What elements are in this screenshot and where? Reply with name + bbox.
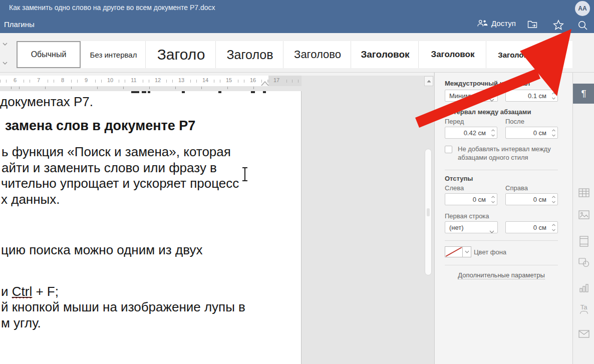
spinner-arrows-icon[interactable] — [551, 195, 556, 206]
ruler-number: 7 — [34, 77, 44, 84]
ruler-number: 10 — [105, 77, 115, 84]
ruler-number: 16 — [248, 77, 258, 84]
spinner-arrows-icon[interactable] — [551, 91, 556, 103]
ruler-number: 8 — [58, 77, 68, 84]
vertical-scrollbar-thumb[interactable] — [425, 149, 432, 275]
ruler-number: 14 — [200, 77, 210, 84]
document-editor-app: Как заменить одно слово на другое во все… — [0, 0, 594, 364]
ruler-number: 13 — [176, 77, 186, 84]
clipped-text-remnant — [131, 91, 139, 93]
first-line-label: Первая строка — [445, 212, 489, 220]
chart-settings-icon — [579, 283, 589, 292]
divider — [445, 265, 558, 265]
divider — [445, 170, 558, 170]
gallery-scroll-down-chevron[interactable] — [2, 61, 9, 66]
access-button[interactable]: Доступ — [477, 19, 516, 28]
doc-text-line: айти и заменить слово или фразу в — [2, 160, 217, 175]
first-line-size-spinner[interactable]: 0 см — [505, 221, 558, 233]
background-color-swatch[interactable] — [445, 246, 463, 257]
dont-add-interval-label: Не добавлять интервал между абзацами одн… — [458, 145, 560, 162]
left-label: Слева — [445, 184, 464, 192]
avatar[interactable]: AA — [575, 1, 590, 16]
spinner-arrows-icon[interactable] — [551, 223, 556, 234]
line-spacing-dropdown[interactable]: Минимум — [445, 90, 498, 102]
access-button-label: Доступ — [491, 19, 516, 28]
text-cursor — [244, 168, 245, 181]
ruler-number: 6 — [10, 77, 20, 84]
doc-text-line: х данных. — [1, 192, 60, 207]
spacing-before-spinner[interactable]: 0.42 см — [445, 127, 497, 139]
search-button[interactable] — [577, 20, 588, 31]
ruler-number: 17 — [271, 77, 281, 84]
right-label: Справа — [505, 184, 528, 192]
favorite-button[interactable] — [553, 20, 564, 30]
style-item-no-spacing[interactable]: Без интервал — [82, 41, 146, 68]
style-item-normal[interactable]: Обычный — [17, 41, 81, 68]
style-item-heading3[interactable]: Заголово — [284, 41, 351, 68]
style-gallery: Обычный Без интервал Заголо Заголов Заго… — [0, 33, 594, 73]
clipped-text-remnant — [218, 91, 221, 93]
doc-text-line: м углу. — [1, 315, 41, 330]
indent-right-spinner[interactable]: 0 см — [505, 193, 558, 205]
clipped-text-remnant — [263, 91, 266, 93]
style-item-heading4[interactable]: Заголовок — [352, 41, 419, 68]
doc-text-line: й кнопкой мыши на изображение лупы в — [1, 299, 245, 314]
ruler-number: 15 — [224, 77, 234, 84]
after-label: После — [505, 118, 524, 125]
line-spacing-heading: Междустрочный интервал — [445, 80, 530, 87]
style-item-heading2[interactable]: Заголов — [217, 41, 283, 68]
spacing-after-spinner[interactable]: 0 см — [505, 127, 558, 139]
right-toolbar-rail: ¶ — [572, 73, 594, 364]
style-item-heading1[interactable]: Заголо — [147, 41, 216, 68]
spinner-arrows-icon[interactable] — [551, 128, 556, 140]
paragraph-settings-icon: ¶ — [581, 88, 586, 99]
paragraph-settings-button[interactable]: ¶ — [573, 84, 594, 104]
doc-text-line-shortcut: и Ctrl + F; — [1, 284, 59, 299]
scroll-up-button[interactable] — [424, 76, 433, 86]
search-icon — [577, 20, 588, 31]
dont-add-interval-checkbox[interactable] — [445, 146, 452, 153]
divider — [445, 240, 558, 241]
before-label: Перед — [445, 118, 464, 125]
mail-merge-settings-icon — [578, 330, 589, 338]
doc-text-line: документах Р7. — [0, 94, 93, 109]
default-tabstop-ticks — [0, 87, 268, 89]
gallery-scroll-up-chevron[interactable] — [2, 42, 9, 47]
line-spacing-value-spinner[interactable]: 0.1 см — [505, 90, 558, 102]
textart-settings-button[interactable]: Ta — [573, 299, 594, 319]
image-settings-icon — [578, 210, 589, 219]
clipped-text-remnant — [148, 91, 150, 93]
spinner-arrows-icon[interactable] — [491, 195, 495, 206]
topbar: Как заменить одно слово на другое во все… — [0, 0, 594, 33]
doc-text-line: цию поиска можно одним из двух — [1, 242, 202, 257]
document-page[interactable]: документах Р7. замена слов в документе Р… — [0, 91, 302, 364]
ruler-number: 11 — [129, 77, 139, 84]
tab-plugins[interactable]: Плагины — [4, 20, 35, 29]
background-color-dropdown[interactable] — [463, 246, 471, 257]
advanced-settings-link[interactable]: Дополнительные параметры — [458, 271, 545, 279]
paragraph-spacing-heading: Интервал между абзацами — [445, 108, 531, 116]
table-settings-icon — [578, 188, 589, 197]
chevron-down-icon — [489, 226, 494, 235]
gallery-expand-chevron[interactable] — [559, 51, 566, 56]
first-line-dropdown[interactable]: (нет) — [445, 221, 498, 233]
doc-text-line: чительно упрощает и ускоряет процесс — [1, 176, 239, 191]
shape-settings-button[interactable] — [573, 252, 594, 272]
paragraph-settings-panel: Междустрочный интервал Минимум 0.1 см Ин… — [434, 73, 572, 364]
table-settings-button[interactable] — [573, 183, 594, 203]
spinner-arrows-icon[interactable] — [491, 128, 495, 140]
open-file-location-button[interactable] — [527, 20, 538, 29]
style-item-heading6[interactable]: Заголовок 6 — [487, 41, 554, 68]
underlined-keyword: Ctrl — [12, 284, 32, 299]
indent-left-spinner[interactable]: 0 см — [445, 193, 497, 205]
header-footer-settings-button[interactable] — [573, 231, 594, 251]
chart-settings-button[interactable] — [573, 278, 594, 298]
indents-heading: Отступы — [445, 175, 473, 182]
textart-settings-icon: Ta — [580, 305, 588, 314]
ruler-number: 9 — [81, 77, 91, 84]
share-access-icon — [477, 19, 488, 28]
style-item-heading5[interactable]: Заголовок — [420, 41, 486, 68]
image-settings-button[interactable] — [573, 205, 594, 225]
right-indent-marker[interactable] — [261, 81, 269, 86]
mail-merge-settings-button[interactable] — [573, 324, 594, 344]
